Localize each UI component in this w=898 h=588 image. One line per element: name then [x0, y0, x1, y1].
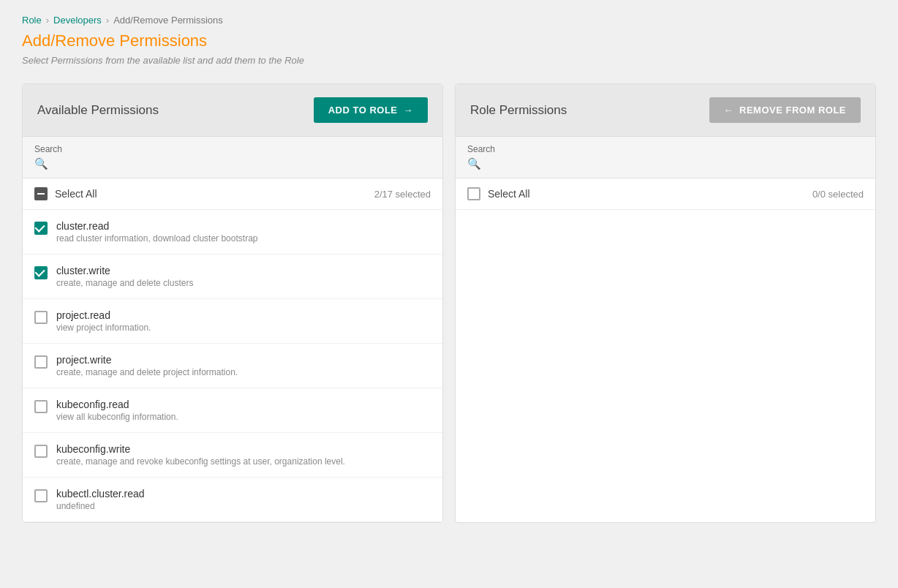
- available-permission-desc: create, manage and delete project inform…: [56, 367, 238, 377]
- available-search-inner: 🔍: [34, 157, 431, 170]
- available-permission-item[interactable]: kubeconfig.writecreate, manage and revok…: [23, 433, 442, 478]
- available-permission-name: kubectl.cluster.read: [56, 488, 145, 500]
- breadcrumb-current: Add/Remove Permissions: [113, 15, 223, 26]
- available-selected-count: 2/17 selected: [374, 189, 431, 200]
- available-permission-checkbox[interactable]: [34, 222, 48, 235]
- available-permission-name: project.read: [56, 309, 151, 321]
- role-search-input[interactable]: [486, 158, 864, 170]
- available-search-box: Search 🔍: [23, 137, 442, 178]
- available-permission-desc: view all kubeconfig information.: [56, 412, 178, 422]
- breadcrumb-sep-1: ›: [46, 15, 49, 26]
- role-select-all-label: Select All: [488, 188, 812, 200]
- available-permission-checkbox[interactable]: [34, 400, 48, 413]
- arrow-right-icon: →: [404, 105, 414, 116]
- role-select-all-checkbox[interactable]: [467, 187, 480, 200]
- available-permission-name: cluster.read: [56, 220, 257, 232]
- page-subtitle: Select Permissions from the available li…: [22, 55, 876, 66]
- role-permissions-panel: Role Permissions ← REMOVE FROM ROLE Sear…: [455, 83, 876, 523]
- breadcrumb-role[interactable]: Role: [22, 15, 42, 26]
- available-permission-desc: read cluster information, download clust…: [56, 233, 257, 244]
- available-panel-title: Available Permissions: [37, 103, 159, 118]
- available-search-label: Search: [34, 144, 431, 154]
- available-permission-desc: create, manage and revoke kubeconfig set…: [56, 456, 345, 467]
- arrow-left-icon: ←: [724, 105, 734, 116]
- role-search-box: Search 🔍: [456, 137, 875, 178]
- add-to-role-label: ADD TO ROLE: [328, 105, 398, 116]
- breadcrumb-sep-2: ›: [106, 15, 109, 26]
- available-permission-item[interactable]: project.writecreate, manage and delete p…: [23, 344, 442, 388]
- available-permission-item[interactable]: kubeconfig.readview all kubeconfig infor…: [23, 388, 442, 433]
- available-permission-desc: create, manage and delete clusters: [56, 278, 193, 288]
- available-select-all-checkbox[interactable]: [34, 187, 48, 200]
- page-title: Add/Remove Permissions: [22, 31, 876, 50]
- available-panel-header: Available Permissions ADD TO ROLE →: [23, 84, 442, 137]
- breadcrumb: Role › Developers › Add/Remove Permissio…: [22, 15, 876, 26]
- available-permissions-panel: Available Permissions ADD TO ROLE → Sear…: [22, 83, 443, 523]
- remove-from-role-button[interactable]: ← REMOVE FROM ROLE: [709, 97, 861, 123]
- available-permission-checkbox[interactable]: [34, 355, 48, 369]
- breadcrumb-developers[interactable]: Developers: [53, 15, 102, 26]
- available-permission-checkbox[interactable]: [34, 311, 48, 324]
- available-permission-checkbox[interactable]: [34, 445, 48, 458]
- role-search-label: Search: [467, 144, 864, 154]
- available-permission-item[interactable]: project.readview project information.: [23, 299, 442, 344]
- add-to-role-button[interactable]: ADD TO ROLE →: [314, 97, 428, 123]
- available-permission-item[interactable]: cluster.readread cluster information, do…: [23, 210, 442, 255]
- remove-from-role-label: REMOVE FROM ROLE: [739, 105, 846, 116]
- role-select-all-row[interactable]: Select All 0/0 selected: [456, 178, 875, 210]
- role-panel-title: Role Permissions: [470, 103, 567, 118]
- available-select-all-label: Select All: [55, 188, 374, 200]
- available-permission-item[interactable]: cluster.writecreate, manage and delete c…: [23, 255, 442, 299]
- available-search-icon: 🔍: [34, 157, 48, 170]
- role-search-icon: 🔍: [467, 157, 481, 170]
- available-permission-name: project.write: [56, 354, 238, 366]
- role-selected-count: 0/0 selected: [812, 189, 864, 200]
- available-search-input[interactable]: [53, 158, 431, 170]
- available-permission-checkbox[interactable]: [34, 489, 48, 502]
- available-select-all-row[interactable]: Select All 2/17 selected: [23, 178, 442, 210]
- role-panel-header: Role Permissions ← REMOVE FROM ROLE: [456, 84, 875, 137]
- role-permissions-list: [456, 210, 875, 522]
- available-permission-item[interactable]: kubectl.cluster.readundefined: [23, 478, 442, 522]
- available-permission-name: kubeconfig.read: [56, 399, 178, 410]
- available-permission-checkbox[interactable]: [34, 266, 48, 279]
- available-permission-desc: view project information.: [56, 323, 151, 333]
- role-search-inner: 🔍: [467, 157, 864, 170]
- available-permission-name: cluster.write: [56, 265, 193, 276]
- panels-container: Available Permissions ADD TO ROLE → Sear…: [22, 83, 876, 523]
- available-permissions-list: cluster.readread cluster information, do…: [23, 210, 442, 522]
- available-permission-name: kubeconfig.write: [56, 443, 345, 455]
- available-permission-desc: undefined: [56, 501, 145, 511]
